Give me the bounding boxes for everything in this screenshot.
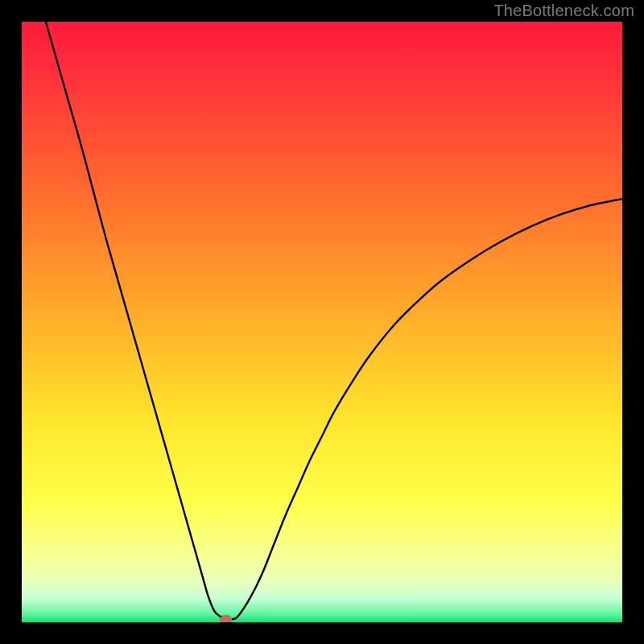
- plot-area: [22, 22, 622, 622]
- chart-svg: [22, 22, 622, 622]
- chart-frame: TheBottleneck.com: [0, 0, 644, 644]
- bottleneck-curve: [46, 22, 622, 620]
- minimum-marker: [221, 615, 232, 622]
- watermark-text: TheBottleneck.com: [493, 2, 634, 20]
